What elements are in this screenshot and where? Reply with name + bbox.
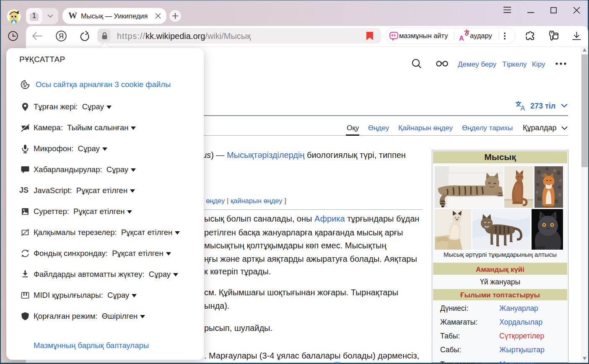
- svg-text:Я: Я: [59, 32, 64, 40]
- svg-text:A: A: [521, 105, 525, 111]
- svg-text:A: A: [459, 35, 464, 41]
